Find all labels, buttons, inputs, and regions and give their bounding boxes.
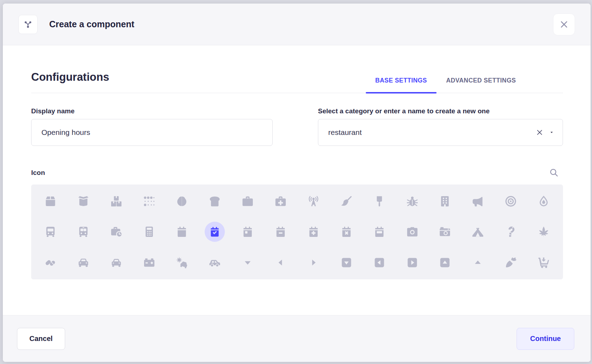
icon-car-alt[interactable]	[100, 247, 133, 278]
modal-footer: Cancel Continue	[3, 315, 591, 362]
icon-caret-square-left[interactable]	[363, 247, 396, 278]
icon-calendar-minus[interactable]	[264, 217, 297, 248]
icon-cart-arrow-down[interactable]	[527, 247, 560, 278]
icon-braille[interactable]	[133, 186, 166, 217]
icon-bread-slice[interactable]	[198, 186, 231, 217]
icon-business-time[interactable]	[100, 217, 133, 248]
icon-burn[interactable]	[527, 186, 560, 217]
icon-camera-retro[interactable]	[429, 217, 462, 248]
icon-brush[interactable]	[363, 186, 396, 217]
configurations-header: Configurations BASE SETTINGS ADVANCED SE…	[31, 71, 563, 93]
modal-title: Create a component	[49, 19, 134, 29]
category-label: Select a category or enter a name to cre…	[318, 107, 563, 115]
icon-caret-square-up[interactable]	[429, 247, 462, 278]
section-heading: Configurations	[31, 71, 109, 93]
icon-campground[interactable]	[461, 217, 494, 248]
icon-boxes-stacked[interactable]	[100, 186, 133, 217]
icon-calendar[interactable]	[166, 217, 199, 248]
icon-capsules[interactable]	[34, 247, 67, 278]
icon-car[interactable]	[67, 247, 100, 278]
icon-calendar-times[interactable]	[330, 217, 363, 248]
icon-bus-alt[interactable]	[67, 217, 100, 248]
modal-header: Create a component	[3, 4, 591, 45]
icon-box-open[interactable]	[67, 186, 100, 217]
icon-caret-down[interactable]	[231, 247, 264, 278]
component-icon	[18, 15, 38, 34]
search-icon[interactable]	[549, 168, 559, 177]
icon-box[interactable]	[34, 186, 67, 217]
caret-down-icon[interactable]	[549, 130, 554, 135]
icon-briefcase[interactable]	[231, 186, 264, 217]
form-row: Display name Select a category or enter …	[31, 107, 563, 146]
create-component-modal: Create a component Configurations BASE S…	[3, 4, 591, 362]
icon-grid	[31, 184, 563, 279]
close-icon	[559, 19, 569, 29]
icon-calendar-check[interactable]	[198, 217, 231, 248]
icon-bus[interactable]	[34, 217, 67, 248]
icon-calculator[interactable]	[133, 217, 166, 248]
icon-car-side[interactable]	[198, 247, 231, 278]
modal-body: Configurations BASE SETTINGS ADVANCED SE…	[3, 45, 591, 315]
icon-caret-left[interactable]	[264, 247, 297, 278]
icon-candy-cane[interactable]	[494, 217, 527, 248]
icon-caret-square-down[interactable]	[330, 247, 363, 278]
icon-broadcast-tower[interactable]	[297, 186, 330, 217]
close-button[interactable]	[553, 13, 575, 35]
icon-building[interactable]	[429, 186, 462, 217]
icon-cannabis[interactable]	[527, 217, 560, 248]
icon-car-crash[interactable]	[166, 247, 199, 278]
icon-caret-right[interactable]	[297, 247, 330, 278]
icon-bug[interactable]	[396, 186, 429, 217]
cancel-button[interactable]: Cancel	[17, 328, 65, 350]
icon-caret-up[interactable]	[461, 247, 494, 278]
icon-broom[interactable]	[330, 186, 363, 217]
display-name-input[interactable]	[31, 119, 273, 146]
icon-brain[interactable]	[166, 186, 199, 217]
icon-car-battery[interactable]	[133, 247, 166, 278]
category-value: restaurant	[328, 128, 536, 137]
display-name-label: Display name	[31, 107, 273, 115]
continue-button[interactable]: Continue	[517, 328, 574, 350]
icon-calendar-plus[interactable]	[297, 217, 330, 248]
icon-bullseye[interactable]	[494, 186, 527, 217]
category-field: Select a category or enter a name to cre…	[318, 107, 563, 146]
category-select[interactable]: restaurant	[318, 119, 563, 146]
icon-calendar-day[interactable]	[231, 217, 264, 248]
icon-caret-square-right[interactable]	[396, 247, 429, 278]
icon-bullhorn[interactable]	[461, 186, 494, 217]
icon-briefcase-medical[interactable]	[264, 186, 297, 217]
tab-base-settings[interactable]: BASE SETTINGS	[366, 77, 437, 93]
icon-calendar-week[interactable]	[363, 217, 396, 248]
tab-advanced-settings[interactable]: ADVANCED SETTINGS	[437, 77, 525, 93]
icon-camera[interactable]	[396, 217, 429, 248]
icon-picker-header: Icon	[31, 168, 563, 177]
clear-icon[interactable]	[536, 129, 543, 136]
display-name-field: Display name	[31, 107, 273, 146]
icon-carrot[interactable]	[494, 247, 527, 278]
settings-tabs: BASE SETTINGS ADVANCED SETTINGS	[366, 77, 525, 93]
icon-label: Icon	[31, 169, 45, 177]
